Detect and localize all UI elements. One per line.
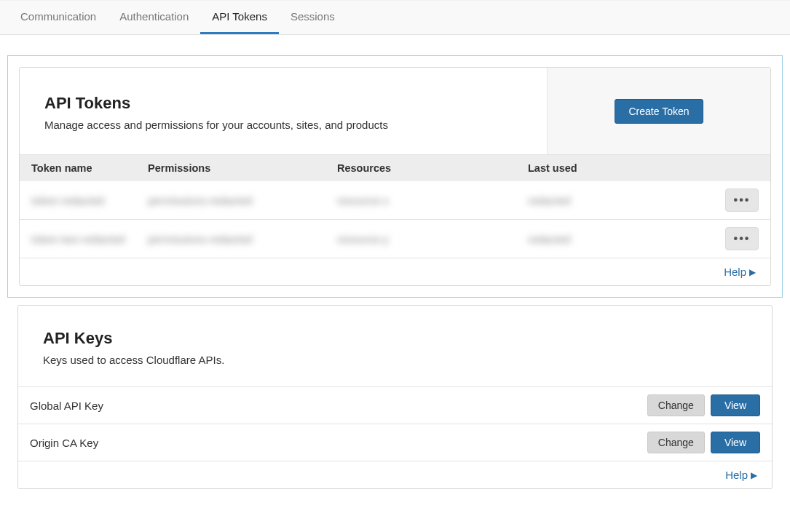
keys-help-link[interactable]: Help ▶ bbox=[725, 469, 757, 481]
create-token-button[interactable]: Create Token bbox=[615, 99, 703, 124]
keys-help-row: Help ▶ bbox=[18, 461, 772, 488]
key-name-global: Global API Key bbox=[30, 400, 647, 412]
tab-authentication[interactable]: Authentication bbox=[108, 1, 200, 34]
token-name: token-two-redacted bbox=[31, 233, 148, 245]
token-actions: ••• bbox=[674, 188, 759, 212]
change-button[interactable]: Change bbox=[647, 394, 705, 416]
api-tokens-card: API Tokens Manage access and permissions… bbox=[19, 67, 771, 286]
tokens-help-link[interactable]: Help ▶ bbox=[724, 266, 756, 278]
api-tokens-title: API Tokens bbox=[44, 94, 522, 113]
token-last-used: redacted bbox=[528, 233, 674, 245]
tabs-bar: Communication Authentication API Tokens … bbox=[0, 0, 790, 35]
api-keys-title: API Keys bbox=[43, 329, 747, 348]
key-row: Global API Key Change View bbox=[18, 387, 772, 424]
token-more-button[interactable]: ••• bbox=[725, 188, 759, 212]
change-button[interactable]: Change bbox=[647, 432, 705, 453]
view-button[interactable]: View bbox=[711, 432, 760, 453]
token-table-header: Token name Permissions Resources Last us… bbox=[20, 154, 770, 181]
token-more-button[interactable]: ••• bbox=[725, 227, 759, 250]
tab-communication[interactable]: Communication bbox=[9, 1, 108, 34]
col-header-last-used: Last used bbox=[528, 162, 674, 174]
help-label: Help bbox=[724, 266, 746, 278]
caret-right-icon: ▶ bbox=[749, 267, 756, 277]
api-tokens-subtitle: Manage access and permissions for your a… bbox=[44, 119, 522, 131]
key-row: Origin CA Key Change View bbox=[18, 424, 772, 461]
token-row: token-two-redacted permissions-redacted … bbox=[20, 220, 770, 258]
col-header-name: Token name bbox=[31, 162, 148, 174]
api-tokens-header-row: API Tokens Manage access and permissions… bbox=[20, 68, 770, 154]
token-permissions: permissions-redacted bbox=[148, 233, 337, 245]
api-keys-card: API Keys Keys used to access Cloudflare … bbox=[17, 305, 773, 489]
api-tokens-header: API Tokens Manage access and permissions… bbox=[20, 68, 547, 154]
help-label: Help bbox=[725, 469, 748, 481]
caret-right-icon: ▶ bbox=[751, 470, 757, 480]
tab-sessions[interactable]: Sessions bbox=[279, 1, 347, 34]
key-actions: Change View bbox=[647, 432, 760, 453]
api-keys-subtitle: Keys used to access Cloudflare APIs. bbox=[43, 354, 747, 366]
col-header-actions bbox=[674, 162, 759, 174]
token-resources: resource-y bbox=[337, 233, 528, 245]
token-permissions: permissions-redacted bbox=[148, 194, 337, 207]
tokens-help-row: Help ▶ bbox=[20, 258, 770, 285]
view-button[interactable]: View bbox=[711, 394, 760, 416]
tab-api-tokens[interactable]: API Tokens bbox=[200, 1, 279, 34]
token-resources: resource-x bbox=[337, 194, 528, 207]
token-actions: ••• bbox=[674, 227, 759, 250]
api-keys-header: API Keys Keys used to access Cloudflare … bbox=[18, 306, 772, 387]
col-header-permissions: Permissions bbox=[148, 162, 337, 174]
col-header-resources: Resources bbox=[337, 162, 528, 174]
api-tokens-highlight: API Tokens Manage access and permissions… bbox=[7, 55, 783, 298]
key-actions: Change View bbox=[647, 394, 760, 416]
token-last-used: redacted bbox=[528, 194, 674, 207]
token-row: token-redacted permissions-redacted reso… bbox=[20, 181, 770, 220]
api-tokens-action-pane: Create Token bbox=[547, 68, 770, 154]
token-name: token-redacted bbox=[31, 194, 148, 207]
key-name-origin: Origin CA Key bbox=[30, 437, 647, 449]
